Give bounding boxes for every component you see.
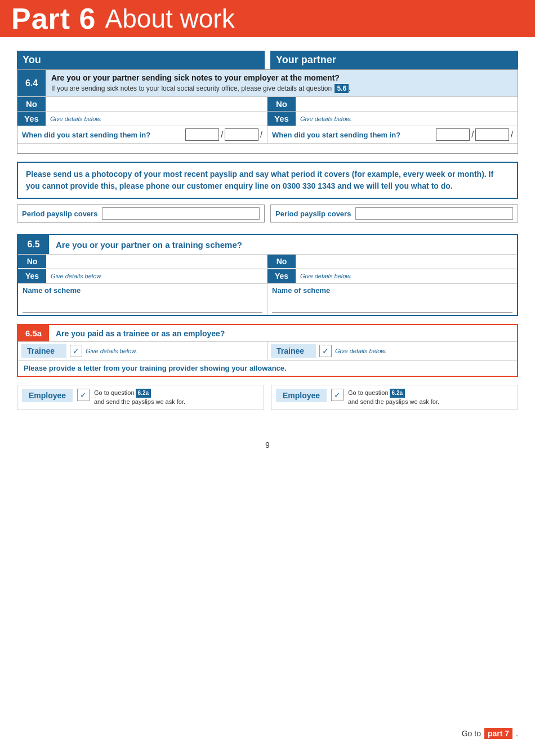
footer-dot: . (516, 729, 518, 738)
q64-yes-label-you: Yes (17, 112, 46, 126)
q64-yes-you: Yes Give details below. (17, 111, 268, 126)
q65-yes-you-col: Yes Give details below. (18, 269, 268, 283)
employee-label-partner: Employee (276, 389, 327, 402)
q64-text: Are you or your partner sending sick not… (46, 70, 518, 96)
q65-scheme-input-you[interactable] (23, 297, 262, 313)
q65-yes-detail-partner: Give details below. (296, 271, 356, 281)
q65-yes-partner-col: Yes Give details below. (268, 269, 517, 283)
q65a-trainee-label-partner: Trainee (271, 344, 316, 358)
q64-start-partner: When did you start sending them in? / / (268, 126, 518, 143)
q64-no-you: No (17, 96, 268, 111)
q65-scheme-input-partner[interactable] (272, 297, 512, 313)
q64-no-label-you: No (17, 97, 46, 111)
q64-number: 6.4 (17, 70, 46, 96)
page-number: 9 (0, 441, 535, 450)
q64-start-label-you: When did you start sending them in? (22, 131, 150, 139)
payslip-input-partner[interactable] (355, 207, 513, 220)
q64-highlight: 5.6 (335, 84, 349, 93)
q65-scheme-label-you: Name of scheme (23, 286, 262, 295)
q64-no-partner: No (268, 96, 518, 111)
q65-title: Are you or your partner on a training sc… (49, 235, 249, 254)
q65a-number: 6.5a (18, 325, 49, 341)
q65-yes-label-you: Yes (18, 269, 46, 283)
employee-section: Employee ✓ Go to question 6.2a and send … (17, 385, 518, 410)
partner-column-header: Your partner (270, 51, 518, 69)
q65a-section: 6.5a Are you paid as a trainee or as an … (17, 324, 518, 377)
q65-no-you-col: No (18, 255, 268, 269)
q64-yes-partner: Yes Give details below. (268, 111, 518, 126)
q65-number: 6.5 (18, 235, 49, 254)
q65a-trainee-check-partner[interactable]: ✓ (319, 345, 332, 357)
q65a-trainee-detail-you: Give details below. (86, 348, 137, 354)
q64-date-partner: / / (436, 128, 513, 141)
q65a-trainee-detail-partner: Give details below. (335, 348, 387, 354)
q64-no-row: No No (17, 96, 518, 111)
info-payslip-text: Please send us a photocopy of your most … (26, 168, 509, 192)
employee-col-partner: Employee ✓ Go to question 6.2a and send … (271, 385, 518, 410)
q65a-title: Are you paid as a trainee or as an emplo… (49, 326, 231, 341)
employee-check-partner[interactable]: ✓ (331, 389, 344, 401)
q65-no-partner-col: No (268, 255, 517, 269)
q65-no-label-partner: No (268, 255, 296, 268)
q64-date-you: / / (185, 128, 262, 141)
employee-badge-partner: 6.2a (390, 389, 405, 398)
q64-no-label-partner: No (268, 97, 296, 111)
q64-yes-label-partner: Yes (268, 112, 296, 126)
q64-start-you: When did you start sending them in? / / (17, 126, 268, 143)
payslip-col-you: Period payslip covers (17, 204, 265, 223)
payslip-row: Period payslip covers Period payslip cov… (17, 204, 518, 223)
q64-yes-detail-you: Give details below. (46, 114, 106, 123)
q64-section: 6.4 Are you or your partner sending sick… (17, 69, 518, 154)
employee-check-you[interactable]: ✓ (77, 389, 90, 401)
payslip-col-partner: Period payslip covers (270, 204, 518, 223)
q65-scheme-label-partner: Name of scheme (272, 286, 512, 295)
q65-no-row: No No (18, 254, 517, 269)
q65-no-label-you: No (18, 255, 46, 268)
employee-label-you: Employee (22, 389, 73, 402)
q64-yes-detail-partner: Give details below. (296, 114, 356, 123)
you-column-header: You (17, 51, 265, 69)
employee-go-you: Go to question 6.2a and send the payslip… (94, 389, 185, 406)
q64-subtext: If you are sending sick notes to your lo… (51, 84, 512, 93)
page-header: Part 6 About work (0, 0, 535, 37)
q65a-trainee-row: Trainee ✓ Give details below. Trainee ✓ … (18, 341, 517, 360)
q64-date-box-1[interactable] (185, 128, 219, 141)
q65-scheme-col-you: Name of scheme (18, 284, 268, 315)
q65-yes-row: Yes Give details below. Yes Give details… (18, 269, 517, 283)
page-footer: Go to part 7 . (462, 728, 518, 739)
part-label: Part 6 (11, 2, 96, 35)
q65-section: 6.5 Are you or your partner on a trainin… (17, 234, 518, 316)
q65-yes-label-partner: Yes (268, 269, 296, 283)
q65-scheme-col-partner: Name of scheme (268, 284, 517, 315)
q64-yes-row: Yes Give details below. Yes Give details… (17, 111, 518, 126)
info-payslip-box: Please send us a photocopy of your most … (17, 162, 518, 199)
q64-date-box-2[interactable] (225, 128, 258, 141)
q65a-trainee-col-partner: Trainee ✓ Give details below. (268, 342, 517, 360)
q65a-trainee-label-you: Trainee (21, 344, 66, 358)
main-content: You Your partner 6.4 Are you or your par… (0, 37, 535, 424)
q65a-letter-info: Please provide a letter from your traini… (18, 360, 517, 376)
payslip-input-you[interactable] (102, 207, 260, 220)
q64-spacer (17, 143, 518, 153)
payslip-label-partner: Period payslip covers (275, 210, 351, 218)
q65a-header: 6.5a Are you paid as a trainee or as an … (18, 325, 517, 341)
q64-question-row: 6.4 Are you or your partner sending sick… (17, 70, 518, 96)
payslip-label-you: Period payslip covers (22, 210, 97, 218)
q64-date-box-4[interactable] (475, 128, 509, 141)
employee-go-partner: Go to question 6.2a and send the payslip… (348, 389, 439, 406)
q65-yes-detail-you: Give details below. (46, 271, 107, 281)
footer-goto-text: Go to (462, 729, 481, 738)
page-title: About work (105, 3, 235, 34)
employee-col-you: Employee ✓ Go to question 6.2a and send … (17, 385, 264, 410)
q65a-trainee-check-you[interactable]: ✓ (70, 345, 82, 357)
q64-start-label-partner: When did you start sending them in? (272, 131, 400, 139)
q64-start-row: When did you start sending them in? / / … (17, 126, 518, 143)
footer-part-badge: part 7 (484, 728, 512, 739)
q64-date-box-3[interactable] (436, 128, 470, 141)
q65-header: 6.5 Are you or your partner on a trainin… (18, 235, 517, 254)
q65-scheme-row: Name of scheme Name of scheme (18, 283, 517, 315)
q65a-trainee-col-you: Trainee ✓ Give details below. (18, 342, 268, 360)
employee-badge-you: 6.2a (136, 389, 151, 398)
